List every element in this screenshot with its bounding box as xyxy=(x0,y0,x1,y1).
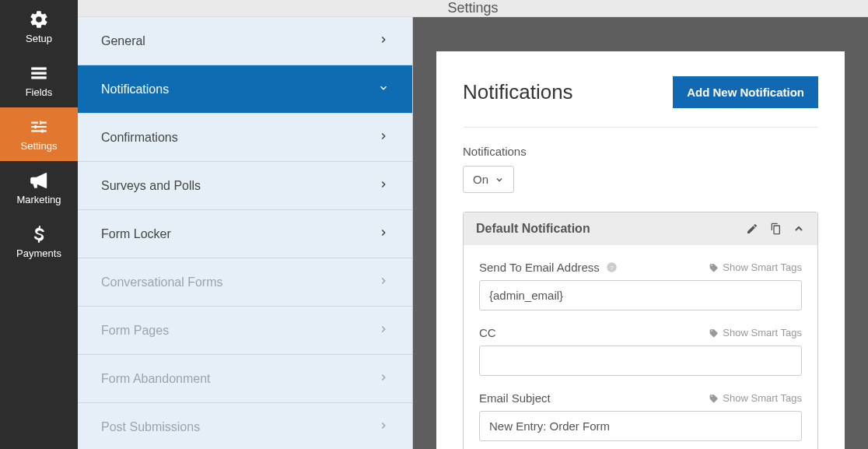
notification-box-title: Default Notification xyxy=(476,222,590,236)
sidebar-item-payments[interactable]: Payments xyxy=(0,215,78,268)
settings-item-label: Surveys and Polls xyxy=(101,179,201,193)
svg-text:?: ? xyxy=(611,265,614,272)
list-icon xyxy=(29,63,49,83)
chevron-down-icon xyxy=(495,175,504,184)
cc-label: CC xyxy=(479,326,496,339)
copy-icon[interactable] xyxy=(769,223,782,235)
settings-item-label: Confirmations xyxy=(101,131,178,145)
sidebar-item-setup[interactable]: Setup xyxy=(0,0,78,54)
add-notification-button[interactable]: Add New Notification xyxy=(673,76,818,108)
tags-icon xyxy=(709,328,719,338)
gear-icon xyxy=(29,9,49,30)
notification-box: Default Notification Send To Email Addre… xyxy=(463,212,818,449)
chevron-right-icon xyxy=(378,227,389,241)
sidebar-item-settings[interactable]: Settings xyxy=(0,107,78,161)
sidebar-item-marketing[interactable]: Marketing xyxy=(0,161,78,215)
chevron-right-icon xyxy=(378,131,389,145)
settings-item-label: Conversational Forms xyxy=(101,275,223,289)
chevron-right-icon xyxy=(378,372,389,386)
subject-label: Email Subject xyxy=(479,391,551,405)
tags-icon xyxy=(709,393,719,403)
chevron-right-icon xyxy=(378,420,389,434)
sliders-icon xyxy=(29,117,49,137)
notifications-card: Notifications Add New Notification Notif… xyxy=(436,51,845,449)
page-header: Settings xyxy=(78,0,868,17)
send-to-label: Send To Email Address xyxy=(479,261,600,274)
sidebar-item-fields[interactable]: Fields xyxy=(0,54,78,107)
chevron-down-icon xyxy=(378,82,389,96)
settings-item-label: Post Submissions xyxy=(101,420,200,434)
smart-tags-label: Show Smart Tags xyxy=(723,327,802,339)
notifications-toggle-select[interactable]: On xyxy=(463,166,514,193)
settings-item-general[interactable]: General xyxy=(78,17,412,65)
settings-item-surveys[interactable]: Surveys and Polls xyxy=(78,162,412,210)
sidebar-item-label: Fields xyxy=(26,86,53,98)
sidebar-item-label: Payments xyxy=(16,247,61,259)
subject-input[interactable] xyxy=(479,411,802,441)
cc-input[interactable] xyxy=(479,346,802,376)
tags-icon xyxy=(709,262,719,272)
settings-item-form-locker[interactable]: Form Locker xyxy=(78,210,412,258)
toggle-value: On xyxy=(473,173,488,186)
edit-icon[interactable] xyxy=(746,223,758,235)
sidebar: Setup Fields Settings Marketing Payments xyxy=(0,0,78,449)
smart-tags-toggle[interactable]: Show Smart Tags xyxy=(709,327,802,339)
smart-tags-label: Show Smart Tags xyxy=(723,392,802,404)
send-to-input[interactable] xyxy=(479,280,802,310)
settings-item-label: Form Abandonment xyxy=(101,372,211,386)
settings-item-notifications[interactable]: Notifications xyxy=(78,65,412,114)
smart-tags-toggle[interactable]: Show Smart Tags xyxy=(709,392,802,404)
card-title: Notifications xyxy=(463,80,573,104)
settings-item-label: General xyxy=(101,34,145,48)
smart-tags-toggle[interactable]: Show Smart Tags xyxy=(709,261,802,273)
sidebar-item-label: Marketing xyxy=(16,194,61,205)
settings-panel: General Notifications Confirmations Surv… xyxy=(78,17,413,449)
notification-box-header: Default Notification xyxy=(464,212,817,245)
settings-item-post-submissions[interactable]: Post Submissions xyxy=(78,403,412,449)
chevron-right-icon xyxy=(378,179,389,193)
notifications-list-label: Notifications xyxy=(463,145,818,158)
settings-item-conversational-forms[interactable]: Conversational Forms xyxy=(78,258,412,307)
page-title: Settings xyxy=(447,0,498,16)
chevron-right-icon xyxy=(378,34,389,48)
chevron-up-icon[interactable] xyxy=(793,223,805,235)
sidebar-item-label: Settings xyxy=(21,140,58,152)
sidebar-item-label: Setup xyxy=(26,33,52,44)
settings-item-form-abandonment[interactable]: Form Abandonment xyxy=(78,355,412,403)
help-icon[interactable]: ? xyxy=(606,261,618,274)
bullhorn-icon xyxy=(29,170,49,191)
settings-item-form-pages[interactable]: Form Pages xyxy=(78,307,412,355)
settings-item-confirmations[interactable]: Confirmations xyxy=(78,114,412,162)
chevron-right-icon xyxy=(378,324,389,338)
smart-tags-label: Show Smart Tags xyxy=(723,261,802,273)
settings-item-label: Notifications xyxy=(101,82,169,96)
settings-item-label: Form Locker xyxy=(101,227,171,241)
content-area: Notifications Add New Notification Notif… xyxy=(413,17,868,449)
chevron-right-icon xyxy=(378,275,389,289)
settings-item-label: Form Pages xyxy=(101,324,169,338)
dollar-icon xyxy=(29,224,49,244)
